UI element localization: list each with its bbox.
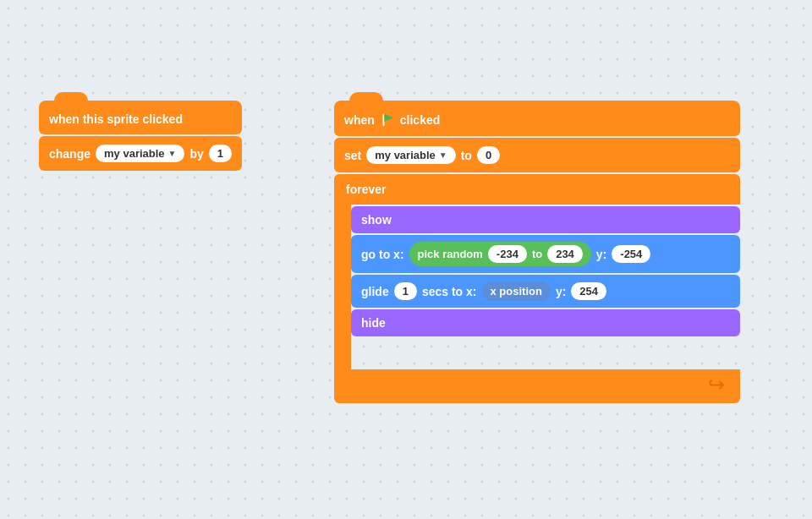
workspace: when this sprite clicked change my varia… bbox=[0, 0, 812, 519]
set-variable-dropdown[interactable]: my variable ▼ bbox=[366, 146, 455, 164]
change-variable-block[interactable]: change my variable ▼ by 1 bbox=[39, 136, 242, 171]
glide-secs-value[interactable]: 1 bbox=[394, 282, 417, 300]
show-block[interactable]: show bbox=[351, 206, 740, 233]
forever-label-bar: forever bbox=[334, 174, 740, 205]
forever-left-arm bbox=[334, 205, 351, 369]
change-label: change bbox=[49, 147, 91, 161]
go-to-label: go to x: bbox=[361, 248, 404, 261]
glide-y-label: y: bbox=[556, 285, 566, 298]
change-value[interactable]: 1 bbox=[209, 145, 232, 162]
glide-secs-label: secs to x: bbox=[422, 285, 477, 298]
when-label: when bbox=[344, 113, 375, 127]
pick-random-to[interactable]: 234 bbox=[547, 245, 583, 263]
loop-arrow-icon: ↩ bbox=[708, 373, 725, 396]
right-stack: when clicked set my variable ▼ to 0 bbox=[334, 101, 740, 403]
glide-y-value[interactable]: 254 bbox=[571, 282, 606, 300]
to-label: to bbox=[461, 149, 472, 162]
glide-label: glide bbox=[361, 285, 389, 298]
when-sprite-clicked-label: when this sprite clicked bbox=[49, 112, 183, 126]
x-position-block[interactable]: x position bbox=[482, 281, 551, 301]
go-to-block[interactable]: go to x: pick random -234 to 234 y: -254 bbox=[351, 235, 740, 273]
go-to-y-value[interactable]: -254 bbox=[612, 245, 650, 263]
svg-rect-0 bbox=[382, 114, 384, 126]
set-variable-block[interactable]: set my variable ▼ to 0 bbox=[334, 138, 740, 172]
by-label: by bbox=[189, 147, 203, 161]
set-value[interactable]: 0 bbox=[477, 146, 500, 164]
go-to-y-label: y: bbox=[596, 248, 606, 261]
forever-bottom: ↩ bbox=[334, 369, 740, 403]
forever-block[interactable]: forever show go to x: bbox=[334, 174, 740, 403]
pick-random-block[interactable]: pick random -234 to 234 bbox=[409, 242, 591, 266]
forever-inner-blocks: show go to x: pick random -234 to 234 y: bbox=[351, 205, 740, 369]
svg-marker-1 bbox=[384, 114, 393, 122]
set-dropdown-arrow-icon: ▼ bbox=[439, 150, 447, 160]
left-stack: when this sprite clicked change my varia… bbox=[39, 101, 242, 171]
when-flag-clicked-block[interactable]: when clicked bbox=[334, 101, 740, 136]
pick-random-from[interactable]: -234 bbox=[488, 245, 527, 263]
variable-dropdown[interactable]: my variable ▼ bbox=[96, 145, 184, 162]
dropdown-arrow-icon: ▼ bbox=[168, 149, 177, 158]
clicked-label: clicked bbox=[400, 113, 440, 127]
forever-inner: show go to x: pick random -234 to 234 y: bbox=[334, 205, 740, 369]
set-label: set bbox=[344, 149, 361, 162]
green-flag-icon bbox=[380, 112, 395, 128]
glide-block[interactable]: glide 1 secs to x: x position y: 254 bbox=[351, 275, 740, 308]
hide-block[interactable]: hide bbox=[351, 309, 740, 336]
when-sprite-clicked-block[interactable]: when this sprite clicked bbox=[39, 101, 242, 134]
